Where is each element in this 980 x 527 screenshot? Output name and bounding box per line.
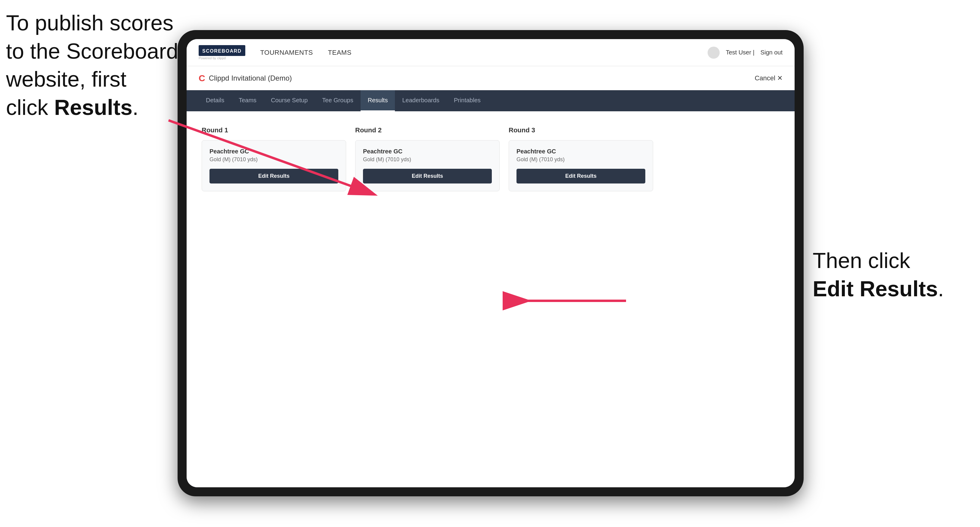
tournament-name: Clippd Invitational (Demo) (209, 74, 755, 83)
tournament-header: C Clippd Invitational (Demo) Cancel ✕ (187, 66, 795, 90)
edit-results-btn-3[interactable]: Edit Results (517, 169, 645, 184)
round-2-course-name: Peachtree GC (363, 148, 492, 155)
instruction-line4: click Results. (6, 95, 138, 119)
instruction-right: Then click Edit Results. (813, 247, 944, 303)
logo-subtitle: Powered by clippd (199, 56, 245, 60)
round-1-course-name: Peachtree GC (210, 148, 338, 155)
user-label: Test User | (725, 49, 754, 56)
header-right: Test User | Sign out (708, 47, 783, 59)
sign-out-link[interactable]: Sign out (760, 49, 783, 56)
round-3-card: Peachtree GC Gold (M) (7010 yds) Edit Re… (509, 140, 653, 191)
user-avatar (708, 47, 720, 59)
tab-navigation: Details Teams Course Setup Tee Groups Re… (187, 90, 795, 111)
round-1-course-details: Gold (M) (7010 yds) (210, 156, 338, 163)
tab-results[interactable]: Results (361, 90, 395, 111)
instruction-line3: website, first (6, 67, 126, 91)
round-1-title: Round 1 (202, 126, 346, 134)
round-1-card: Peachtree GC Gold (M) (7010 yds) Edit Re… (202, 140, 346, 191)
round-1-column: Round 1 Peachtree GC Gold (M) (7010 yds)… (202, 126, 346, 191)
round-2-title: Round 2 (355, 126, 500, 134)
round-2-column: Round 2 Peachtree GC Gold (M) (7010 yds)… (355, 126, 500, 191)
instruction-right-bold: Edit Results (813, 277, 938, 301)
tablet-frame: SCOREBOARD Powered by clippd TOURNAMENTS… (178, 30, 803, 496)
round-2-course-details: Gold (M) (7010 yds) (363, 156, 492, 163)
tab-course-setup[interactable]: Course Setup (264, 90, 315, 111)
main-nav: TOURNAMENTS TEAMS (260, 49, 708, 57)
logo-stack: SCOREBOARD Powered by clippd (199, 45, 245, 60)
tab-tee-groups[interactable]: Tee Groups (315, 90, 360, 111)
logo-area: SCOREBOARD Powered by clippd (199, 45, 245, 60)
edit-results-btn-1[interactable]: Edit Results (210, 169, 338, 184)
round-3-column: Round 3 Peachtree GC Gold (M) (7010 yds)… (509, 126, 653, 191)
cancel-button[interactable]: Cancel ✕ (754, 74, 783, 82)
app-header: SCOREBOARD Powered by clippd TOURNAMENTS… (187, 39, 795, 66)
tablet-screen: SCOREBOARD Powered by clippd TOURNAMENTS… (187, 39, 795, 487)
nav-teams[interactable]: TEAMS (328, 49, 352, 57)
edit-results-btn-2[interactable]: Edit Results (363, 169, 492, 184)
round-2-card: Peachtree GC Gold (M) (7010 yds) Edit Re… (355, 140, 500, 191)
tab-leaderboards[interactable]: Leaderboards (395, 90, 446, 111)
instruction-line2: to the Scoreboard (6, 39, 178, 63)
tab-details[interactable]: Details (199, 90, 231, 111)
instruction-line1: To publish scores (6, 11, 173, 35)
tab-printables[interactable]: Printables (447, 90, 488, 111)
round-3-title: Round 3 (509, 126, 653, 134)
rounds-container: Round 1 Peachtree GC Gold (M) (7010 yds)… (202, 126, 780, 191)
scoreboard-logo: SCOREBOARD (199, 45, 245, 56)
round-3-course-details: Gold (M) (7010 yds) (517, 156, 645, 163)
round-3-course-name: Peachtree GC (517, 148, 645, 155)
nav-tournaments[interactable]: TOURNAMENTS (260, 49, 313, 57)
instruction-right-line1: Then click (813, 248, 910, 273)
instruction-left: To publish scores to the Scoreboard webs… (6, 9, 178, 122)
tournament-icon: C (199, 73, 205, 83)
main-content: Round 1 Peachtree GC Gold (M) (7010 yds)… (187, 111, 795, 487)
tab-teams[interactable]: Teams (231, 90, 264, 111)
